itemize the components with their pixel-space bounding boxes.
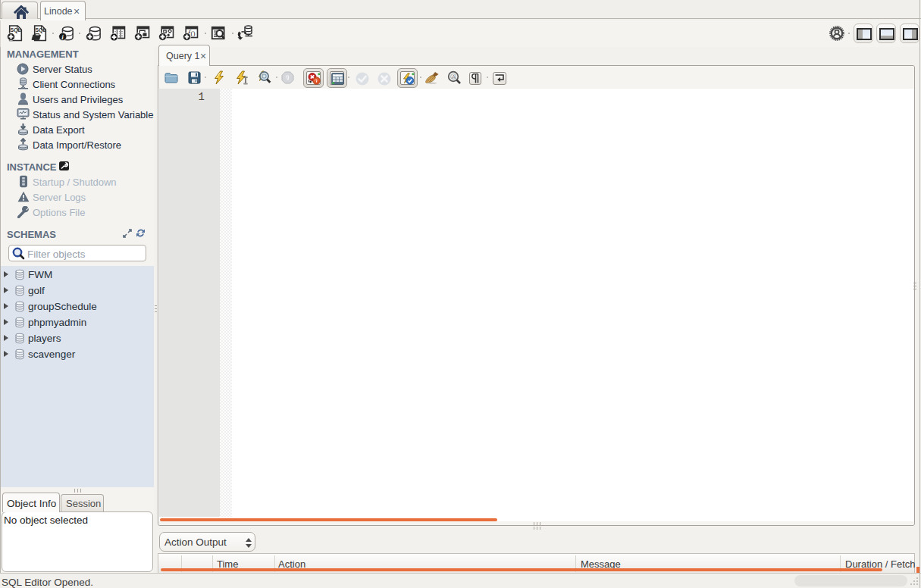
svg-text:(): () (191, 30, 196, 37)
svg-text:A: A (452, 74, 456, 80)
svg-text:SQL: SQL (11, 27, 22, 33)
svg-text:SQL: SQL (36, 27, 47, 33)
